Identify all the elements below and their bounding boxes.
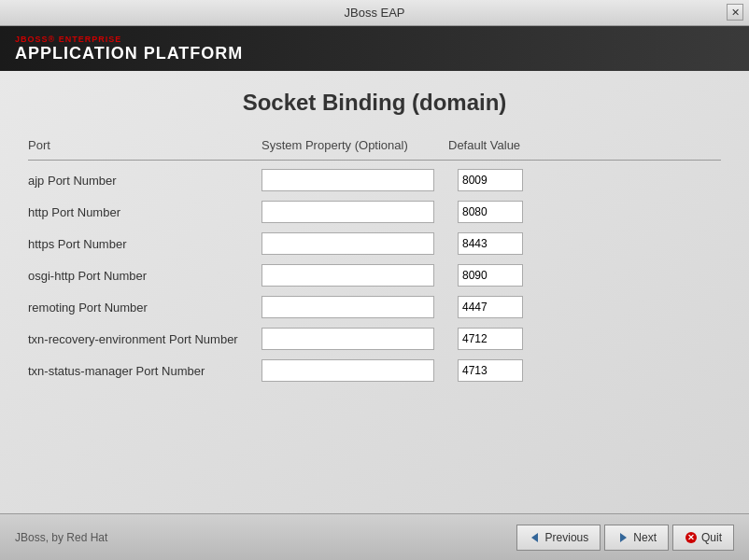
window-title: JBoss EAP	[344, 6, 404, 20]
sysprop-input-ajp	[261, 169, 448, 191]
table-row: ajp Port Number	[28, 164, 721, 196]
port-label: http Port Number	[28, 205, 261, 219]
default-input-https	[458, 232, 523, 255]
default-input-remoting	[458, 296, 523, 318]
sysprop-field-https[interactable]	[261, 232, 434, 255]
footer-buttons: Previous Next ✕ Quit	[516, 525, 734, 551]
sysprop-column-header: System Property (Optional)	[261, 138, 448, 152]
logo-bottom: Application Platform	[15, 44, 243, 63]
table-row: osgi-http Port Number	[28, 259, 721, 291]
default-field-remoting[interactable]	[458, 296, 523, 318]
header-banner: JBoss® Enterprise Application Platform	[0, 26, 749, 71]
port-column-header: Port	[28, 138, 261, 152]
port-label: https Port Number	[28, 237, 261, 251]
logo-top: JBoss® Enterprise	[15, 35, 243, 44]
sysprop-input-txn-stat	[261, 359, 448, 382]
default-input-ajp	[458, 169, 523, 191]
table-row: https Port Number	[28, 228, 721, 259]
previous-icon	[529, 531, 542, 544]
close-button[interactable]: ✕	[727, 4, 743, 21]
port-label: txn-status-manager Port Number	[28, 364, 261, 378]
default-input-txn-rec	[458, 328, 523, 350]
default-input-http	[458, 201, 523, 223]
sysprop-field-txn-rec[interactable]	[261, 328, 434, 350]
table-row: txn-status-manager Port Number	[28, 355, 721, 386]
quit-button[interactable]: ✕ Quit	[672, 525, 734, 551]
default-field-txn-rec[interactable]	[458, 328, 523, 350]
sysprop-input-osgi	[261, 264, 448, 287]
sysprop-field-txn-stat[interactable]	[261, 359, 434, 382]
table-row: http Port Number	[28, 196, 721, 228]
port-label: txn-recovery-environment Port Number	[28, 332, 261, 346]
footer-credit: JBoss, by Red Hat	[15, 531, 107, 544]
port-label: osgi-http Port Number	[28, 269, 261, 283]
next-button[interactable]: Next	[604, 525, 669, 551]
sysprop-input-txn-rec	[261, 328, 448, 350]
page-title: Socket Binding (domain)	[28, 90, 721, 116]
quit-icon: ✕	[685, 531, 698, 544]
default-field-http[interactable]	[458, 201, 523, 223]
sysprop-input-https	[261, 232, 448, 255]
next-label: Next	[633, 531, 657, 544]
quit-label: Quit	[701, 531, 722, 544]
sysprop-field-remoting[interactable]	[261, 296, 434, 318]
port-label: ajp Port Number	[28, 174, 261, 188]
default-column-header: Default Value	[448, 138, 520, 152]
title-bar: JBoss EAP ✕	[0, 0, 749, 26]
port-label: remoting Port Number	[28, 301, 261, 315]
default-input-osgi	[458, 264, 523, 287]
app-logo: JBoss® Enterprise Application Platform	[15, 35, 243, 63]
default-input-txn-stat	[458, 359, 523, 382]
sysprop-field-http[interactable]	[261, 201, 434, 223]
table-row: txn-recovery-environment Port Number	[28, 323, 721, 355]
table-header: Port System Property (Optional) Default …	[28, 138, 721, 161]
sysprop-field-osgi[interactable]	[261, 264, 434, 287]
default-field-ajp[interactable]	[458, 169, 523, 191]
sysprop-input-http	[261, 201, 448, 223]
default-field-txn-stat[interactable]	[458, 359, 523, 382]
previous-button[interactable]: Previous	[516, 525, 601, 551]
main-content: Socket Binding (domain) Port System Prop…	[0, 71, 749, 513]
default-field-https[interactable]	[458, 232, 523, 255]
sysprop-field-ajp[interactable]	[261, 169, 434, 191]
next-icon	[616, 531, 629, 544]
previous-label: Previous	[545, 531, 589, 544]
footer: JBoss, by Red Hat Previous Next ✕ Quit	[0, 513, 749, 560]
sysprop-input-remoting	[261, 296, 448, 318]
table-row: remoting Port Number	[28, 291, 721, 323]
default-field-osgi[interactable]	[458, 264, 523, 287]
